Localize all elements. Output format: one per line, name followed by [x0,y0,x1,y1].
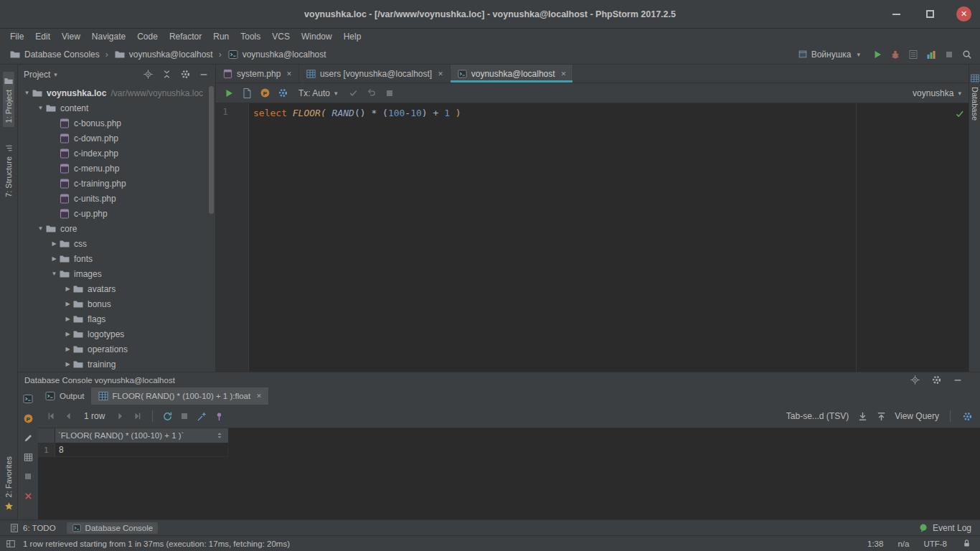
output-format-selector[interactable]: Tab-se...d (TSV) [786,411,849,421]
breadcrumb-item[interactable]: voynushka@localhost [225,49,329,60]
menu-help[interactable]: Help [338,31,367,42]
tree-item-logotypes[interactable]: ▶logotypes [18,326,215,342]
target-icon[interactable] [909,375,920,386]
result-cell[interactable]: 8 [55,443,228,457]
tree-item-avatars[interactable]: ▶avatars [18,281,215,296]
tree-item-content[interactable]: ▼content [18,100,215,116]
menu-run[interactable]: Run [207,31,235,42]
chevron-closed-icon[interactable]: ▶ [50,240,59,247]
edit-icon[interactable] [22,432,34,443]
editor-tab[interactable]: users [voynushka@localhost]✕ [299,65,451,83]
chevron-down-icon[interactable]: ▾ [54,71,57,78]
chevron-open-icon[interactable]: ▼ [36,225,45,232]
lock-icon[interactable] [961,539,971,549]
tool-button-structure[interactable]: 7: Structure [3,138,14,202]
tree-item-voynushka.loc[interactable]: ▼voynushka.loc/var/www/voynushka.loc [18,85,215,100]
line-separator-widget[interactable]: n/a [897,540,909,548]
menu-edit[interactable]: Edit [29,31,56,42]
stop-icon[interactable] [943,49,955,60]
tool-button-project[interactable]: 1: Project [3,72,14,127]
run-config-selector[interactable]: Войнушка ▾ [798,50,860,60]
rollback-icon[interactable] [366,88,377,99]
breadcrumb-item[interactable]: Database Consoles [7,49,102,60]
last-icon[interactable] [132,410,143,422]
hide-icon[interactable] [198,69,209,80]
view-query-button[interactable]: View Query [895,411,939,421]
menu-code[interactable]: Code [131,31,164,42]
scrollbar[interactable] [209,86,214,214]
menu-view[interactable]: View [56,31,86,42]
schema-dropdown[interactable]: voynushka ▾ [913,88,961,98]
menu-refactor[interactable]: Refactor [164,31,207,42]
search-icon[interactable] [961,49,973,60]
gear-icon[interactable] [179,69,191,80]
chevron-closed-icon[interactable]: ▶ [50,255,59,262]
tx-mode-dropdown[interactable]: Tx: Auto ▾ [298,88,338,98]
editor-tab[interactable]: voynushka@localhost✕ [451,65,573,83]
coverage-icon[interactable] [908,49,919,60]
commit-check-icon[interactable] [348,88,359,99]
event-log-widget[interactable]: Event Log [918,523,971,533]
tree-item-c-units.php[interactable]: c-units.php [18,191,215,206]
minimize-button[interactable] [889,6,904,22]
result-column-header[interactable]: `FLOOR( RAND() * (100-10) + 1 )` [55,428,228,443]
menu-file[interactable]: File [4,31,29,42]
gear-icon[interactable] [930,375,942,386]
menu-tools[interactable]: Tools [235,31,266,42]
tree-item-fonts[interactable]: ▶fonts [18,251,215,266]
chevron-closed-icon[interactable]: ▶ [63,331,72,337]
menu-vcs[interactable]: VCS [266,31,296,42]
editor-tab[interactable]: system.php✕ [216,65,299,83]
editor[interactable]: 1 select FLOOR( RAND() * (100-10) + 1 ) [216,103,969,372]
encoding-widget[interactable]: UTF-8 [923,540,947,548]
close-icon[interactable]: ✕ [286,70,292,77]
close-button[interactable]: ✕ [956,6,971,22]
close-red-icon[interactable] [22,490,34,501]
tree-item-c-menu.php[interactable]: c-menu.php [18,161,215,176]
tree-item-css[interactable]: ▶css [18,236,215,251]
stop-icon[interactable] [22,471,34,482]
chevron-open-icon[interactable]: ▼ [36,105,45,111]
pin-icon[interactable] [213,410,225,422]
console-tab[interactable]: FLOOR( RAND() * (100-10) + 1 ):float✕ [91,387,268,405]
refresh-icon[interactable] [161,410,173,422]
menu-navigate[interactable]: Navigate [86,31,131,42]
chevron-closed-icon[interactable]: ▶ [63,316,72,322]
breadcrumb-item[interactable]: voynushka@localhost [112,49,215,60]
tree-item-training[interactable]: ▶training [18,357,215,372]
grid-icon[interactable] [22,451,34,463]
chevron-closed-icon[interactable]: ▶ [63,286,72,292]
tree-item-operations[interactable]: ▶operations [18,342,215,357]
debug-icon[interactable] [890,49,901,60]
tree-item-flags[interactable]: ▶flags [18,311,215,326]
first-icon[interactable] [45,410,57,422]
chevron-closed-icon[interactable]: ▶ [63,301,72,307]
result-settings-gear-icon[interactable] [961,410,973,422]
tool-button-favorites[interactable]: 2: Favorites [3,452,14,515]
sort-icon[interactable] [214,430,225,441]
menu-window[interactable]: Window [296,31,338,42]
tree-item-c-index.php[interactable]: c-index.php [18,146,215,161]
upload-icon[interactable] [875,410,887,422]
play-icon[interactable] [872,49,883,60]
chevron-open-icon[interactable]: ▼ [22,90,32,96]
caret-position-widget[interactable]: 1:38 [867,540,883,548]
close-icon[interactable]: ✕ [561,70,567,77]
console-tab[interactable]: Output [38,387,91,405]
hide-icon[interactable] [952,375,963,386]
project-panel-title[interactable]: Project [24,70,50,80]
stop-icon[interactable] [384,88,395,99]
next-icon[interactable] [115,410,126,422]
play-icon[interactable] [223,88,235,99]
wand-icon[interactable] [196,410,207,422]
tree-item-bonus[interactable]: ▶bonus [18,296,215,311]
php-circle-icon[interactable]: P [22,413,34,424]
tree-item-c-up.php[interactable]: c-up.php [18,206,215,221]
prev-icon[interactable] [62,410,74,422]
close-icon[interactable]: ✕ [438,70,443,77]
tree-item-core[interactable]: ▼core [18,221,215,236]
console-icon[interactable] [22,393,34,405]
tree-item-images[interactable]: ▼images [18,266,215,281]
tree-item-c-bonus.php[interactable]: c-bonus.php [18,116,215,131]
close-icon[interactable]: ✕ [256,392,262,400]
